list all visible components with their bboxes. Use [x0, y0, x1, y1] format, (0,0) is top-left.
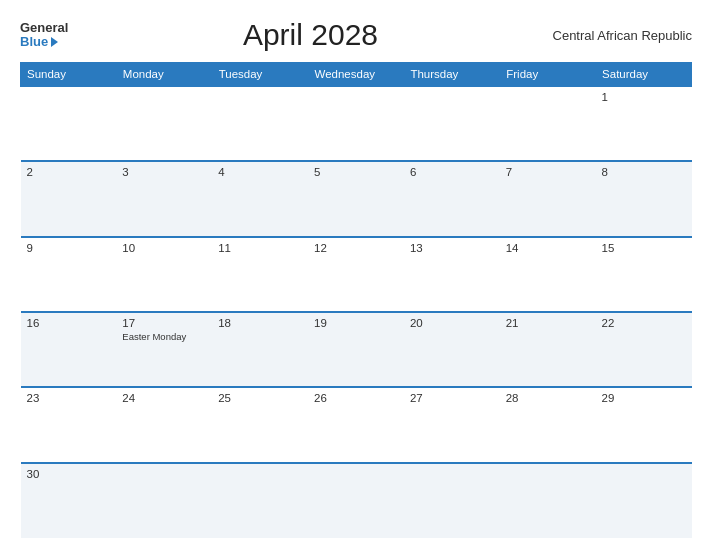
calendar-day-cell: 10 [116, 237, 212, 312]
logo-general-text: General [20, 21, 68, 35]
day-number: 3 [122, 166, 206, 178]
calendar-day-cell [212, 463, 308, 538]
logo-blue-text: Blue [20, 35, 58, 49]
day-number: 10 [122, 242, 206, 254]
calendar-day-cell: 22 [596, 312, 692, 387]
day-number: 1 [602, 91, 686, 103]
calendar-day-cell: 23 [21, 387, 117, 462]
weekday-header: Wednesday [308, 63, 404, 87]
calendar-week-row: 23242526272829 [21, 387, 692, 462]
calendar-day-cell: 6 [404, 161, 500, 236]
day-number: 21 [506, 317, 590, 329]
calendar-day-cell: 1 [596, 86, 692, 161]
calendar-day-cell [116, 463, 212, 538]
calendar-day-cell: 15 [596, 237, 692, 312]
calendar-day-cell: 27 [404, 387, 500, 462]
calendar-day-cell [404, 463, 500, 538]
calendar-day-cell [21, 86, 117, 161]
day-number: 25 [218, 392, 302, 404]
country-name: Central African Republic [553, 28, 692, 43]
calendar-day-cell: 30 [21, 463, 117, 538]
day-number: 23 [27, 392, 111, 404]
calendar-body: 1234567891011121314151617Easter Monday18… [21, 86, 692, 538]
day-number: 19 [314, 317, 398, 329]
day-number: 27 [410, 392, 494, 404]
calendar-header: General Blue April 2028 Central African … [20, 18, 692, 52]
weekday-header: Tuesday [212, 63, 308, 87]
calendar-day-cell: 20 [404, 312, 500, 387]
day-number: 24 [122, 392, 206, 404]
calendar-week-row: 2345678 [21, 161, 692, 236]
calendar-day-cell [596, 463, 692, 538]
day-number: 26 [314, 392, 398, 404]
day-number: 12 [314, 242, 398, 254]
calendar-day-cell [500, 86, 596, 161]
day-number: 30 [27, 468, 111, 480]
calendar-day-cell [500, 463, 596, 538]
calendar-table: SundayMondayTuesdayWednesdayThursdayFrid… [20, 62, 692, 538]
calendar-day-cell: 7 [500, 161, 596, 236]
calendar-day-cell: 12 [308, 237, 404, 312]
calendar-week-row: 30 [21, 463, 692, 538]
calendar-day-cell: 2 [21, 161, 117, 236]
day-number: 17 [122, 317, 206, 329]
day-number: 13 [410, 242, 494, 254]
calendar-day-cell: 21 [500, 312, 596, 387]
calendar-day-cell: 14 [500, 237, 596, 312]
day-number: 16 [27, 317, 111, 329]
logo-triangle-icon [51, 37, 58, 47]
calendar-day-cell: 17Easter Monday [116, 312, 212, 387]
calendar-day-cell: 19 [308, 312, 404, 387]
calendar-day-cell [212, 86, 308, 161]
day-number: 7 [506, 166, 590, 178]
day-number: 18 [218, 317, 302, 329]
calendar-day-cell: 18 [212, 312, 308, 387]
day-number: 9 [27, 242, 111, 254]
day-number: 4 [218, 166, 302, 178]
day-number: 20 [410, 317, 494, 329]
calendar-week-row: 1617Easter Monday1819202122 [21, 312, 692, 387]
calendar-day-cell: 8 [596, 161, 692, 236]
calendar-day-cell: 26 [308, 387, 404, 462]
calendar-week-row: 1 [21, 86, 692, 161]
logo: General Blue [20, 21, 68, 50]
calendar-day-cell: 9 [21, 237, 117, 312]
calendar-day-cell: 5 [308, 161, 404, 236]
calendar-header-row: SundayMondayTuesdayWednesdayThursdayFrid… [21, 63, 692, 87]
holiday-label: Easter Monday [122, 331, 206, 342]
calendar-day-cell: 25 [212, 387, 308, 462]
weekday-header: Monday [116, 63, 212, 87]
calendar-day-cell [308, 463, 404, 538]
day-number: 14 [506, 242, 590, 254]
day-number: 29 [602, 392, 686, 404]
calendar-day-cell [308, 86, 404, 161]
day-number: 11 [218, 242, 302, 254]
day-number: 6 [410, 166, 494, 178]
calendar-day-cell: 3 [116, 161, 212, 236]
day-number: 5 [314, 166, 398, 178]
day-number: 2 [27, 166, 111, 178]
day-number: 28 [506, 392, 590, 404]
calendar-day-cell: 28 [500, 387, 596, 462]
day-number: 8 [602, 166, 686, 178]
calendar-week-row: 9101112131415 [21, 237, 692, 312]
weekday-header: Thursday [404, 63, 500, 87]
calendar-day-cell: 24 [116, 387, 212, 462]
day-number: 22 [602, 317, 686, 329]
calendar-day-cell [404, 86, 500, 161]
calendar-title: April 2028 [243, 18, 378, 52]
calendar-day-cell: 13 [404, 237, 500, 312]
calendar-day-cell: 29 [596, 387, 692, 462]
day-number: 15 [602, 242, 686, 254]
weekday-header: Sunday [21, 63, 117, 87]
weekday-header: Friday [500, 63, 596, 87]
calendar-day-cell: 16 [21, 312, 117, 387]
calendar-day-cell: 4 [212, 161, 308, 236]
weekday-header: Saturday [596, 63, 692, 87]
calendar-day-cell [116, 86, 212, 161]
calendar-day-cell: 11 [212, 237, 308, 312]
